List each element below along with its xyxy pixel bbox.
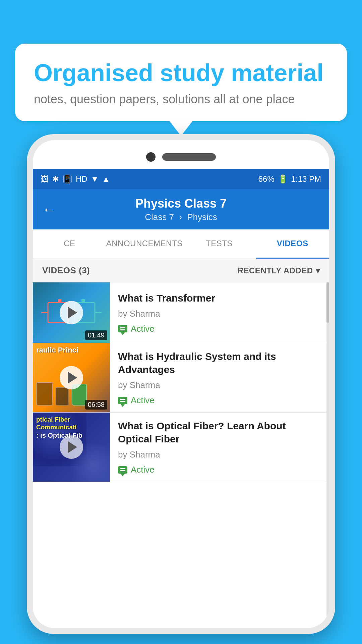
speech-bubble: Organised study material notes, question… bbox=[15, 44, 347, 121]
video-item[interactable]: raulic Princi 06:58 What is Hydraulic Sy… bbox=[33, 343, 329, 413]
play-triangle-icon bbox=[68, 441, 77, 453]
chat-icon-1 bbox=[118, 325, 127, 332]
scrollbar[interactable] bbox=[326, 282, 329, 628]
play-button-2[interactable] bbox=[60, 366, 83, 389]
video-info-1: What is Transformer by Sharma Active bbox=[110, 282, 329, 343]
play-button-1[interactable] bbox=[60, 301, 83, 324]
video-info-3: What is Optical Fiber? Learn About Optic… bbox=[110, 413, 329, 482]
phone-screen: 🖼 ✱ 📳 HD ▼ ▲ 66% 🔋 1:13 PM ← Physics Cla… bbox=[33, 169, 329, 628]
video-author-2: by Sharma bbox=[118, 380, 321, 390]
photo-icon: 🖼 bbox=[41, 174, 49, 184]
status-right: 66% 🔋 1:13 PM bbox=[258, 174, 321, 184]
chat-line bbox=[120, 468, 125, 469]
tab-videos[interactable]: VIDEOS bbox=[256, 229, 329, 259]
breadcrumb-class: Class 7 bbox=[145, 212, 174, 222]
chat-line bbox=[120, 401, 125, 402]
thumb-text-3: ptical Fiber Communicati : is Optical Fi… bbox=[36, 416, 107, 439]
chat-lines bbox=[120, 468, 125, 471]
video-title-1: What is Transformer bbox=[118, 291, 321, 305]
video-item[interactable]: 01:49 What is Transformer by Sharma bbox=[33, 282, 329, 343]
video-info-2: What is Hydraulic System and its Advanta… bbox=[110, 343, 329, 412]
play-triangle-icon bbox=[68, 307, 77, 319]
camera-dot bbox=[146, 152, 156, 162]
battery-icon: 🔋 bbox=[278, 174, 288, 184]
phone-frame: 🖼 ✱ 📳 HD ▼ ▲ 66% 🔋 1:13 PM ← Physics Cla… bbox=[27, 134, 335, 634]
video-thumbnail-2: raulic Princi 06:58 bbox=[33, 343, 110, 412]
vibrate-icon: 📳 bbox=[62, 174, 72, 184]
breadcrumb-subject: Physics bbox=[187, 212, 217, 222]
tab-announcements[interactable]: ANNOUNCEMENTS bbox=[106, 229, 183, 259]
scrollbar-thumb bbox=[326, 282, 329, 323]
video-item[interactable]: ptical Fiber Communicati : is Optical Fi… bbox=[33, 413, 329, 482]
tab-bar: CE ANNOUNCEMENTS TESTS VIDEOS bbox=[33, 229, 329, 259]
duration-badge-2: 06:58 bbox=[85, 400, 107, 410]
chat-line bbox=[120, 327, 125, 328]
svg-rect-7 bbox=[81, 299, 85, 303]
app-bar-breadcrumb: Class 7 › Physics bbox=[145, 212, 217, 222]
active-badge-2: Active bbox=[118, 395, 321, 406]
tab-tests[interactable]: TESTS bbox=[183, 229, 256, 259]
svg-rect-6 bbox=[58, 299, 61, 303]
video-title-3: What is Optical Fiber? Learn About Optic… bbox=[118, 419, 321, 445]
chevron-down-icon: ▾ bbox=[316, 266, 320, 275]
wifi-icon: ▼ bbox=[91, 174, 99, 184]
sort-button[interactable]: RECENTLY ADDED ▾ bbox=[238, 266, 320, 275]
status-left: 🖼 ✱ 📳 HD ▼ ▲ bbox=[41, 174, 110, 184]
phone-inner: 🖼 ✱ 📳 HD ▼ ▲ 66% 🔋 1:13 PM ← Physics Cla… bbox=[33, 140, 329, 628]
bluetooth-icon: ✱ bbox=[52, 174, 59, 184]
hd-badge: HD bbox=[76, 174, 87, 184]
video-author-1: by Sharma bbox=[118, 309, 321, 319]
videos-count: VIDEOS (3) bbox=[42, 265, 90, 276]
video-thumbnail-3: ptical Fiber Communicati : is Optical Fi… bbox=[33, 413, 110, 482]
chat-line bbox=[120, 399, 125, 400]
bubble-title: Organised study material bbox=[34, 60, 328, 86]
duration-badge-1: 01:49 bbox=[85, 330, 107, 340]
phone-camera-area bbox=[33, 140, 329, 174]
clock: 1:13 PM bbox=[291, 174, 321, 184]
chat-line bbox=[120, 470, 125, 471]
chat-icon-2 bbox=[118, 397, 127, 404]
back-button[interactable]: ← bbox=[42, 202, 56, 217]
chat-icon-3 bbox=[118, 466, 127, 474]
app-bar: ← Physics Class 7 Class 7 › Physics bbox=[33, 189, 329, 229]
active-text-1: Active bbox=[131, 324, 155, 334]
thumb-text-2: raulic Princi bbox=[36, 346, 107, 355]
chat-line bbox=[120, 329, 125, 330]
status-bar: 🖼 ✱ 📳 HD ▼ ▲ 66% 🔋 1:13 PM bbox=[33, 169, 329, 189]
chat-lines bbox=[120, 327, 125, 330]
signal-icon: ▲ bbox=[102, 174, 110, 184]
battery-pct: 66% bbox=[258, 174, 275, 184]
active-badge-1: Active bbox=[118, 324, 321, 334]
active-text-2: Active bbox=[131, 395, 155, 406]
videos-header: VIDEOS (3) RECENTLY ADDED ▾ bbox=[33, 259, 329, 282]
video-title-2: What is Hydraulic System and its Advanta… bbox=[118, 350, 321, 376]
speaker-bar bbox=[162, 153, 216, 161]
video-thumbnail-1: 01:49 bbox=[33, 282, 110, 343]
sort-label: RECENTLY ADDED bbox=[238, 266, 313, 275]
bubble-subtitle: notes, question papers, solutions all at… bbox=[34, 92, 328, 106]
app-bar-title: Physics Class 7 bbox=[135, 197, 227, 211]
video-list: 01:49 What is Transformer by Sharma bbox=[33, 282, 329, 482]
play-triangle-icon bbox=[68, 372, 77, 384]
active-badge-3: Active bbox=[118, 465, 321, 475]
chat-lines bbox=[120, 399, 125, 402]
video-author-3: by Sharma bbox=[118, 449, 321, 460]
breadcrumb-separator: › bbox=[179, 212, 182, 222]
tab-ce[interactable]: CE bbox=[33, 229, 106, 259]
active-text-3: Active bbox=[131, 465, 155, 475]
